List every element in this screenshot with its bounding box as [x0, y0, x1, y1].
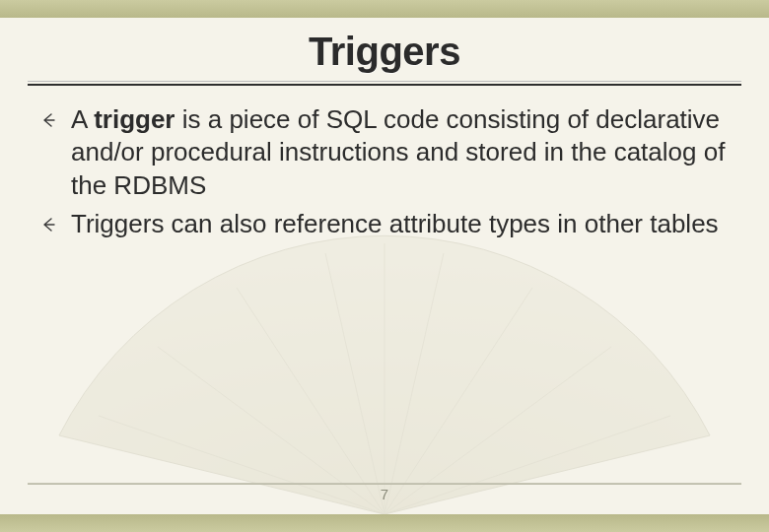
left-arrow-icon	[39, 216, 57, 233]
list-item: A trigger is a piece of SQL code consist…	[35, 103, 734, 202]
list-item: Triggers can also reference attribute ty…	[35, 208, 734, 240]
bullet-text: Triggers can also reference attribute ty…	[71, 209, 719, 238]
bullet-list: A trigger is a piece of SQL code consist…	[28, 103, 741, 240]
slide-title: Triggers	[28, 28, 741, 81]
bullet-strong: trigger	[94, 104, 175, 134]
bullet-prefix: A	[71, 104, 94, 134]
title-rule-wrap: Triggers	[28, 28, 741, 86]
slide-container: Triggers A trigger is a piece of SQL cod…	[0, 0, 769, 532]
left-arrow-icon	[39, 111, 57, 129]
page-number: 7	[0, 486, 769, 502]
footer-rule	[28, 483, 741, 485]
